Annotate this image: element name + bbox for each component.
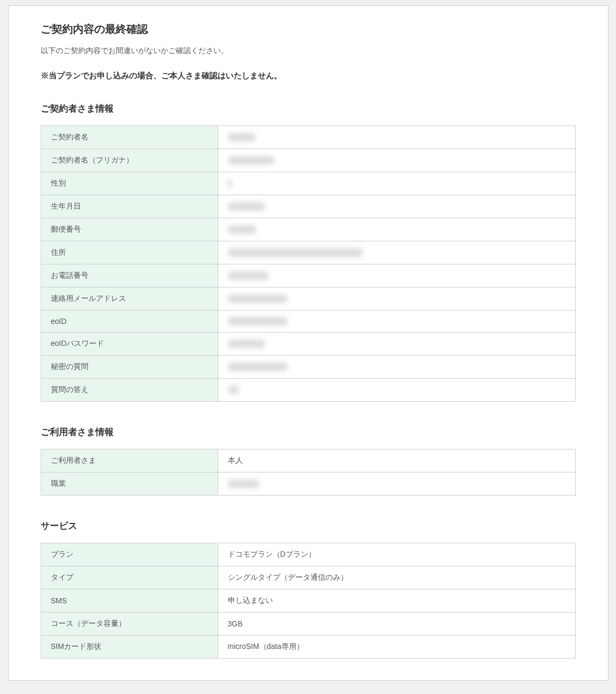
row-value: xxxxx xxx — [218, 472, 575, 496]
row-value-text: microSIM（data専用） — [228, 642, 304, 651]
row-value: 3GB — [218, 612, 575, 636]
row-value-text: 本人 — [228, 456, 243, 464]
row-label: 性別 — [41, 172, 218, 195]
row-value: ドコモプラン（Dプラン） — [218, 543, 575, 566]
table-row: 生年月日xxxxxxxxxx — [41, 195, 575, 218]
row-value-text: xxxxxxxxxxxxxxxx — [228, 363, 288, 371]
contractor-table: ご契約者名xxxx xxxご契約者名（フリガナ）xxxxx xxxxxxx性別x… — [41, 125, 576, 402]
row-value: シングルタイプ（データ通信のみ） — [218, 566, 575, 589]
row-label: 質問の答え — [41, 379, 218, 402]
section-heading-contractor: ご契約者さま情報 — [41, 102, 576, 115]
row-value: microSIM（data専用） — [218, 636, 575, 659]
row-value-text: xxxxx@xxxxxxxxx — [228, 317, 288, 326]
row-value-text: x — [228, 179, 232, 188]
row-value-text: xxxxxxxxxx — [228, 202, 265, 211]
row-value: xxx-xxxx — [218, 218, 575, 241]
row-value: 申し込まない — [218, 589, 575, 612]
table-row: SIMカード形状microSIM（data専用） — [41, 636, 575, 659]
row-label: 生年月日 — [41, 195, 218, 218]
row-value: xxxxxxxxxxxxxxxxxxxxxxxxxxxxxxxxxxxx — [218, 241, 575, 264]
row-label: ご契約者名（フリガナ） — [41, 149, 218, 172]
row-value-text: xxxxxxxxxxx — [228, 271, 269, 280]
row-value: xxxxx xxxxxxx — [218, 149, 575, 172]
row-value: xxxxxxxxxxx — [218, 264, 575, 287]
row-label: ご利用者さま — [41, 449, 218, 472]
row-value-text: xxxxx@xxxxxxxxx — [228, 294, 288, 303]
row-label: コース（データ容量） — [41, 612, 218, 636]
row-value: 本人 — [218, 449, 575, 472]
notice-text: ※当プランでお申し込みの場合、ご本人さま確認はいたしません。 — [41, 71, 576, 81]
table-row: 連絡用メールアドレスxxxxx@xxxxxxxxx — [41, 287, 575, 311]
service-table: プランドコモプラン（Dプラン）タイプシングルタイプ（データ通信のみ）SMS申し込… — [41, 543, 576, 659]
table-row: 質問の答えxxx — [41, 379, 575, 402]
row-value-text: xxxxx xxxxxxx — [228, 156, 275, 165]
row-value-text: ドコモプラン（Dプラン） — [228, 550, 316, 558]
confirmation-page: ご契約内容の最終確認 以下のご契約内容でお間違いがないかご確認ください。 ※当プ… — [8, 5, 608, 681]
row-value-text: xxxxxxxxxxxxxxxxxxxxxxxxxxxxxxxxxxxx — [228, 248, 363, 257]
row-label: 連絡用メールアドレス — [41, 287, 218, 311]
table-row: お電話番号xxxxxxxxxxx — [41, 264, 575, 287]
row-value: xxxx xxx — [218, 126, 575, 149]
row-value-text: 3GB — [228, 619, 243, 628]
row-value-text: xxxxxxxxxx — [228, 339, 265, 348]
row-label: プラン — [41, 543, 218, 566]
table-row: SMS申し込まない — [41, 589, 575, 612]
row-value-text: xxxxx xxx — [228, 479, 260, 488]
section-heading-service: サービス — [41, 520, 576, 532]
row-label: SIMカード形状 — [41, 636, 218, 659]
row-label: SMS — [41, 589, 218, 612]
row-label: 秘密の質問 — [41, 356, 218, 379]
row-label: タイプ — [41, 566, 218, 589]
page-title: ご契約内容の最終確認 — [41, 22, 576, 36]
row-value: xxxxxxxxxx — [218, 195, 575, 218]
row-label: 住所 — [41, 241, 218, 264]
row-value-text: xxxx xxx — [228, 133, 256, 142]
row-value-text: シングルタイプ（データ通信のみ） — [228, 573, 348, 581]
table-row: コース（データ容量）3GB — [41, 612, 575, 636]
row-value: xxxxxxxxxx — [218, 333, 575, 356]
row-value-text: 申し込まない — [228, 596, 273, 604]
table-row: ご契約者名xxxx xxx — [41, 126, 575, 149]
table-row: 職業xxxxx xxx — [41, 472, 575, 496]
row-label: eoID — [41, 311, 218, 333]
table-row: 住所xxxxxxxxxxxxxxxxxxxxxxxxxxxxxxxxxxxx — [41, 241, 575, 264]
row-label: eoIDパスワード — [41, 333, 218, 356]
row-label: お電話番号 — [41, 264, 218, 287]
row-value: xxxxx@xxxxxxxxx — [218, 311, 575, 333]
section-heading-user: ご利用者さま情報 — [41, 426, 576, 438]
table-row: ご契約者名（フリガナ）xxxxx xxxxxxx — [41, 149, 575, 172]
row-value-text: xxx-xxxx — [228, 225, 257, 234]
table-row: タイプシングルタイプ（データ通信のみ） — [41, 566, 575, 589]
row-label: 職業 — [41, 472, 218, 496]
row-label: 郵便番号 — [41, 218, 218, 241]
row-value: x — [218, 172, 575, 195]
table-row: eoIDパスワードxxxxxxxxxx — [41, 333, 575, 356]
row-value: xxxxxxxxxxxxxxxx — [218, 356, 575, 379]
row-label: ご契約者名 — [41, 126, 218, 149]
row-value-text: xxx — [228, 386, 239, 394]
intro-text: 以下のご契約内容でお間違いがないかご確認ください。 — [41, 46, 576, 56]
table-row: ご利用者さま本人 — [41, 449, 575, 472]
row-value: xxxxx@xxxxxxxxx — [218, 287, 575, 311]
table-row: 秘密の質問xxxxxxxxxxxxxxxx — [41, 356, 575, 379]
table-row: 郵便番号xxx-xxxx — [41, 218, 575, 241]
table-row: eoIDxxxxx@xxxxxxxxx — [41, 311, 575, 333]
row-value: xxx — [218, 379, 575, 402]
table-row: 性別x — [41, 172, 575, 195]
table-row: プランドコモプラン（Dプラン） — [41, 543, 575, 566]
user-table: ご利用者さま本人職業xxxxx xxx — [41, 449, 576, 496]
